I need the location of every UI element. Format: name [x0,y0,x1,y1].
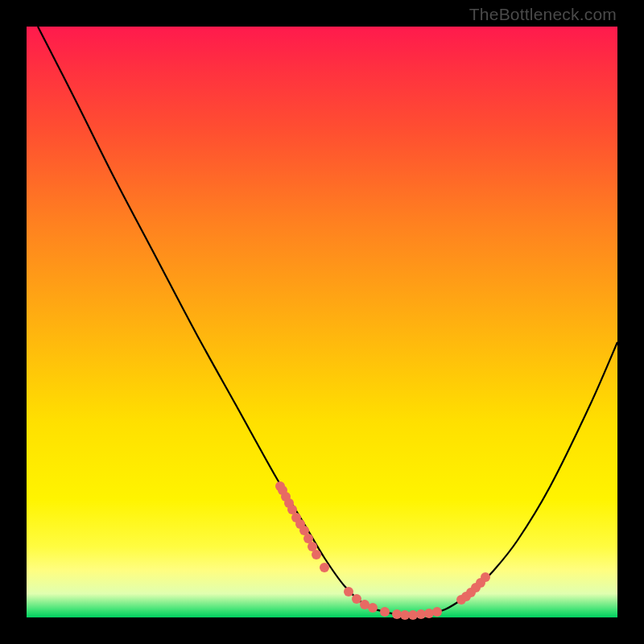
curve-marker [352,594,361,604]
bottleneck-curve-path [38,27,617,615]
curve-marker [432,607,442,617]
curve-marker [312,550,321,559]
curve-marker [344,587,353,597]
curve-markers-group [275,481,490,620]
curve-marker [481,572,490,582]
curve-marker [320,563,329,572]
watermark-text: TheBottleneck.com [469,5,617,24]
bottleneck-curve-svg [27,27,617,617]
chart-plot-area [27,27,617,617]
curve-marker [368,603,378,613]
curve-marker [380,607,390,617]
curve-marker [424,609,434,618]
